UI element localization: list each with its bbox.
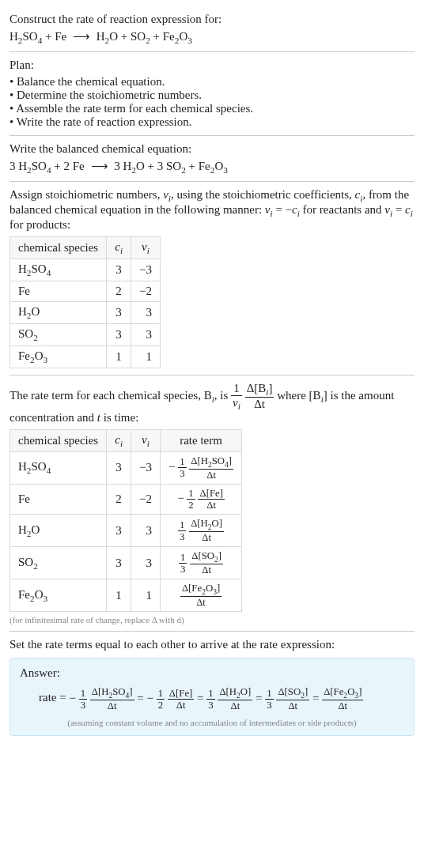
cell-ci: 1 bbox=[107, 579, 131, 612]
cell-species: SO2 bbox=[10, 547, 107, 579]
table-row: Fe2O311 bbox=[10, 346, 161, 368]
balanced-intro: Write the balanced chemical equation: bbox=[9, 142, 415, 156]
cell-species: H2O bbox=[10, 514, 107, 546]
text: ] bbox=[268, 382, 272, 394]
symbol: ν bbox=[142, 433, 147, 446]
plan-list: Balance the chemical equation. Determine… bbox=[9, 75, 415, 129]
plan-item: Determine the stoichiometric numbers. bbox=[9, 89, 415, 102]
cell-ci: 3 bbox=[107, 514, 131, 546]
cell-vi: 1 bbox=[131, 579, 161, 612]
eq-part: 3 H bbox=[9, 160, 27, 172]
text: Δ[B bbox=[247, 382, 267, 394]
eq-part: O + 3 SO bbox=[136, 160, 181, 172]
table-row: Fe2O311Δ[Fe2O3]Δt bbox=[10, 579, 242, 612]
eq-part: 3 H bbox=[112, 160, 132, 172]
arrow-icon: ⟶ bbox=[73, 29, 90, 43]
cell-species: Fe2O3 bbox=[10, 346, 107, 368]
eq-part: O bbox=[179, 30, 187, 43]
symbol-sub: i bbox=[238, 402, 240, 411]
eq-part: H bbox=[93, 30, 105, 43]
rateterm-table: chemical species ci νi rate term H2SO43−… bbox=[9, 429, 242, 612]
denominator: νi bbox=[231, 396, 242, 411]
cell-rate: 13 Δ[SO2]Δt bbox=[160, 547, 241, 579]
col-vi: νi bbox=[131, 429, 161, 451]
cell-ci: 3 bbox=[107, 547, 131, 579]
table-row: SO23313 Δ[SO2]Δt bbox=[10, 547, 242, 579]
numerator: 1 bbox=[231, 382, 242, 396]
col-species: chemical species bbox=[10, 429, 107, 451]
text: = − bbox=[273, 203, 292, 216]
rateterm-footnote: (for infinitesimal rate of change, repla… bbox=[9, 615, 415, 625]
table-header-row: chemical species ci νi rate term bbox=[10, 429, 242, 451]
stoich-table: chemical species ci νi H2SO43−3Fe2−2H2O3… bbox=[9, 236, 161, 368]
symbol: c bbox=[292, 203, 297, 216]
cell-vi: −2 bbox=[131, 281, 161, 302]
col-rate: rate term bbox=[160, 429, 241, 451]
symbol-sub: i bbox=[147, 246, 150, 255]
cell-ci: 3 bbox=[107, 259, 131, 281]
cell-rate: − 12 Δ[Fe]Δt bbox=[160, 484, 241, 514]
symbol: ν bbox=[163, 188, 168, 201]
text: where [B bbox=[277, 389, 320, 402]
cell-rate: − 13 Δ[H2SO4]Δt bbox=[160, 451, 241, 484]
eq-part: + Fe bbox=[150, 30, 175, 43]
eq-part: H bbox=[9, 30, 18, 43]
arrow-icon: ⟶ bbox=[91, 159, 108, 173]
symbol: c bbox=[115, 433, 120, 446]
table-row: H2SO43−3− 13 Δ[H2SO4]Δt bbox=[10, 451, 242, 484]
balanced-section: Write the balanced chemical equation: 3 … bbox=[9, 136, 415, 181]
prompt-text: Construct the rate of reaction expressio… bbox=[9, 13, 415, 26]
eq-sub: 3 bbox=[187, 36, 192, 45]
text: = bbox=[392, 203, 405, 216]
cell-vi: 1 bbox=[131, 346, 161, 368]
cell-ci: 3 bbox=[107, 302, 131, 324]
stoich-section: Assign stoichiometric numbers, νi, using… bbox=[9, 182, 415, 375]
cell-vi: 3 bbox=[131, 547, 161, 579]
cell-species: H2SO4 bbox=[10, 259, 107, 281]
rateterm-text: The rate term for each chemical species,… bbox=[9, 382, 415, 425]
eq-part: + Fe bbox=[186, 160, 210, 172]
symbol: c bbox=[115, 240, 120, 253]
text: , is bbox=[214, 389, 231, 402]
plan-item: Assemble the rate term for each chemical… bbox=[9, 102, 415, 115]
col-ci: ci bbox=[107, 237, 131, 259]
cell-species: H2O bbox=[10, 302, 107, 324]
fraction: 1 νi bbox=[231, 382, 242, 411]
symbol-sub: i bbox=[120, 246, 123, 255]
text: , using the stoichiometric coefficients, bbox=[171, 188, 355, 201]
balanced-equation: 3 H2SO4 + 2 Fe ⟶ 3 H2O + 3 SO2 + Fe2O3 bbox=[9, 159, 415, 175]
cell-ci: 2 bbox=[107, 281, 131, 302]
text: Δt bbox=[254, 398, 265, 410]
plan-section: Plan: Balance the chemical equation. Det… bbox=[9, 52, 415, 135]
cell-ci: 3 bbox=[107, 451, 131, 484]
col-vi: νi bbox=[131, 237, 161, 259]
table-row: Fe2−2− 12 Δ[Fe]Δt bbox=[10, 484, 242, 514]
cell-ci: 1 bbox=[107, 346, 131, 368]
col-species: chemical species bbox=[10, 237, 107, 259]
prompt-section: Construct the rate of reaction expressio… bbox=[9, 6, 415, 51]
unbalanced-equation: H2SO4 + Fe ⟶ H2O + SO2 + Fe2O3 bbox=[9, 29, 415, 45]
cell-ci: 3 bbox=[107, 324, 131, 346]
symbol: ν bbox=[142, 240, 147, 253]
symbol: ν bbox=[384, 203, 390, 216]
symbol: c bbox=[405, 203, 411, 216]
eq-part: + 2 Fe bbox=[51, 160, 88, 172]
text: The rate term for each chemical species,… bbox=[9, 389, 212, 402]
cell-rate: Δ[Fe2O3]Δt bbox=[160, 579, 241, 612]
numerator: Δ[Bi] bbox=[245, 382, 274, 398]
plan-item: Balance the chemical equation. bbox=[9, 75, 415, 89]
plan-title: Plan: bbox=[9, 58, 415, 72]
answer-expression: rate = − 13 Δ[H2SO4]Δt = − 12 Δ[Fe]Δt = … bbox=[20, 686, 404, 711]
cell-vi: −3 bbox=[131, 259, 161, 281]
stoich-text: Assign stoichiometric numbers, νi, using… bbox=[9, 188, 415, 232]
cell-species: SO2 bbox=[10, 324, 107, 346]
cell-vi: 3 bbox=[131, 514, 161, 546]
cell-species: H2SO4 bbox=[10, 451, 107, 484]
table-row: H2SO43−3 bbox=[10, 259, 161, 281]
text: for reactants and bbox=[300, 203, 384, 216]
cell-vi: 3 bbox=[131, 324, 161, 346]
symbol-sub: i bbox=[120, 439, 123, 448]
text: is time: bbox=[100, 411, 138, 424]
cell-species: Fe bbox=[10, 281, 107, 302]
cell-species: Fe bbox=[10, 484, 107, 514]
